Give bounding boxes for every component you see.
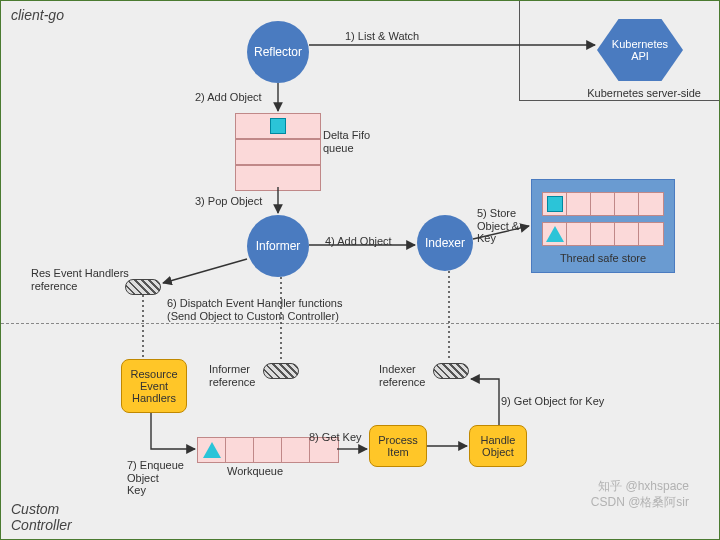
node-indexer: Indexer bbox=[417, 215, 473, 271]
indexer-ref-label: Indexer reference bbox=[379, 363, 425, 388]
edge-4-label: 4) Add Object bbox=[325, 235, 392, 248]
edge-9-label: 9) Get Object for Key bbox=[501, 395, 604, 408]
edge-8-label: 8) Get Key bbox=[309, 431, 362, 444]
section-client-go: client-go bbox=[11, 7, 64, 23]
square-icon bbox=[547, 196, 563, 212]
node-handle-object: Handle Object bbox=[469, 425, 527, 467]
square-icon bbox=[270, 118, 286, 134]
triangle-icon bbox=[203, 442, 221, 458]
edge-5-label: 5) Store Object & Key bbox=[477, 207, 519, 245]
server-side-label: Kubernetes server-side bbox=[587, 87, 701, 99]
svg-line-5 bbox=[163, 259, 247, 283]
informer-ref-label: Informer reference bbox=[209, 363, 255, 388]
section-divider bbox=[1, 323, 719, 324]
watermark-zhihu: 知乎 @hxhspace bbox=[598, 478, 689, 495]
edge-3-label: 3) Pop Object bbox=[195, 195, 262, 208]
store-label: Thread safe store bbox=[542, 252, 664, 264]
section-custom-controller: Custom Controller bbox=[11, 501, 72, 533]
diagram-canvas: client-go Custom Controller Kubernetes s… bbox=[0, 0, 720, 540]
workqueue-label: Workqueue bbox=[227, 465, 283, 478]
edge-2-label: 2) Add Object bbox=[195, 91, 262, 104]
hatch-indexer-ref bbox=[433, 363, 469, 379]
hatch-res-evt-ref bbox=[125, 279, 161, 295]
node-reflector: Reflector bbox=[247, 21, 309, 83]
edge-6-label: 6) Dispatch Event Handler functions (Sen… bbox=[167, 297, 342, 322]
thread-safe-store: Thread safe store bbox=[531, 179, 675, 273]
edge-7-label: 7) Enqueue Object Key bbox=[127, 459, 184, 497]
delta-fifo-queue bbox=[235, 113, 321, 191]
hatch-informer-ref bbox=[263, 363, 299, 379]
node-process-item: Process Item bbox=[369, 425, 427, 467]
watermark-csdn: CSDN @格桑阿sir bbox=[591, 494, 689, 511]
delta-fifo-label: Delta Fifo queue bbox=[323, 129, 370, 154]
res-evt-ref-label: Res Event Handlers reference bbox=[31, 267, 129, 292]
edge-1-label: 1) List & Watch bbox=[345, 30, 419, 43]
triangle-icon bbox=[546, 226, 564, 242]
node-resource-event-handlers: Resource Event Handlers bbox=[121, 359, 187, 413]
node-informer: Informer bbox=[247, 215, 309, 277]
